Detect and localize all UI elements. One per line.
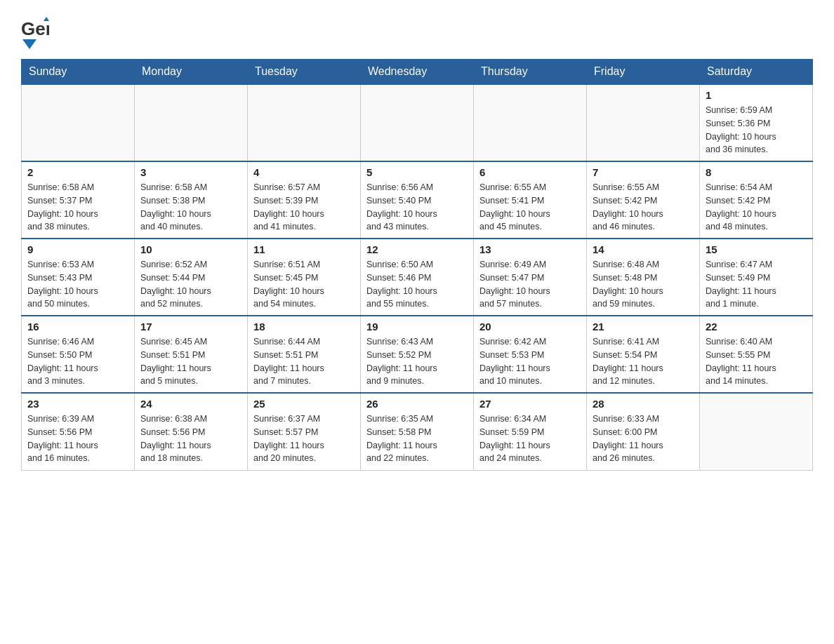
day-info: Sunrise: 6:41 AM Sunset: 5:54 PM Dayligh… [593, 335, 694, 388]
day-info: Sunrise: 6:51 AM Sunset: 5:45 PM Dayligh… [253, 258, 355, 311]
weekday-header-wednesday: Wednesday [361, 60, 474, 85]
day-info: Sunrise: 6:59 AM Sunset: 5:36 PM Dayligh… [706, 104, 807, 156]
day-info: Sunrise: 6:38 AM Sunset: 5:56 PM Dayligh… [140, 412, 241, 465]
day-number: 9 [27, 243, 128, 255]
weekday-header-friday: Friday [587, 60, 700, 85]
calendar-week-row: 1Sunrise: 6:59 AM Sunset: 5:36 PM Daylig… [22, 84, 813, 161]
day-number: 7 [593, 166, 694, 178]
day-number: 6 [479, 166, 581, 178]
calendar-table: SundayMondayTuesdayWednesdayThursdayFrid… [21, 59, 813, 471]
day-info: Sunrise: 6:40 AM Sunset: 5:55 PM Dayligh… [706, 335, 807, 388]
calendar-cell: 2Sunrise: 6:58 AM Sunset: 5:37 PM Daylig… [22, 161, 135, 239]
calendar-cell: 19Sunrise: 6:43 AM Sunset: 5:52 PM Dayli… [361, 316, 474, 393]
day-number: 5 [366, 166, 468, 178]
calendar-cell: 11Sunrise: 6:51 AM Sunset: 5:45 PM Dayli… [248, 239, 361, 316]
day-info: Sunrise: 6:37 AM Sunset: 5:57 PM Dayligh… [253, 412, 355, 465]
calendar-cell: 7Sunrise: 6:55 AM Sunset: 5:42 PM Daylig… [587, 161, 700, 239]
day-number: 11 [253, 243, 355, 255]
day-info: Sunrise: 6:44 AM Sunset: 5:51 PM Dayligh… [253, 335, 355, 388]
day-number: 18 [253, 321, 355, 333]
calendar-cell [700, 393, 813, 470]
day-info: Sunrise: 6:56 AM Sunset: 5:40 PM Dayligh… [366, 181, 468, 234]
weekday-header-sunday: Sunday [22, 60, 135, 85]
calendar-cell: 22Sunrise: 6:40 AM Sunset: 5:55 PM Dayli… [700, 316, 813, 393]
calendar-cell: 17Sunrise: 6:45 AM Sunset: 5:51 PM Dayli… [135, 316, 248, 393]
day-number: 13 [479, 243, 581, 255]
calendar-cell: 12Sunrise: 6:50 AM Sunset: 5:46 PM Dayli… [361, 239, 474, 316]
calendar-cell: 18Sunrise: 6:44 AM Sunset: 5:51 PM Dayli… [248, 316, 361, 393]
calendar-week-row: 23Sunrise: 6:39 AM Sunset: 5:56 PM Dayli… [22, 393, 813, 470]
calendar-week-row: 9Sunrise: 6:53 AM Sunset: 5:43 PM Daylig… [22, 239, 813, 316]
calendar-cell: 26Sunrise: 6:35 AM Sunset: 5:58 PM Dayli… [361, 393, 474, 470]
day-number: 3 [140, 166, 241, 178]
weekday-header-saturday: Saturday [700, 60, 813, 85]
calendar-cell: 23Sunrise: 6:39 AM Sunset: 5:56 PM Dayli… [22, 393, 135, 470]
day-info: Sunrise: 6:46 AM Sunset: 5:50 PM Dayligh… [27, 335, 128, 388]
logo-arrow-icon [22, 39, 37, 53]
svg-marker-2 [22, 39, 37, 49]
weekday-header-tuesday: Tuesday [248, 60, 361, 85]
weekday-header-thursday: Thursday [474, 60, 587, 85]
calendar-week-row: 16Sunrise: 6:46 AM Sunset: 5:50 PM Dayli… [22, 316, 813, 393]
calendar-cell: 3Sunrise: 6:58 AM Sunset: 5:38 PM Daylig… [135, 161, 248, 239]
day-info: Sunrise: 6:34 AM Sunset: 5:59 PM Dayligh… [479, 412, 581, 465]
calendar-cell: 28Sunrise: 6:33 AM Sunset: 6:00 PM Dayli… [587, 393, 700, 470]
calendar-cell: 6Sunrise: 6:55 AM Sunset: 5:41 PM Daylig… [474, 161, 587, 239]
day-info: Sunrise: 6:39 AM Sunset: 5:56 PM Dayligh… [27, 412, 128, 465]
calendar-cell: 13Sunrise: 6:49 AM Sunset: 5:47 PM Dayli… [474, 239, 587, 316]
day-info: Sunrise: 6:45 AM Sunset: 5:51 PM Dayligh… [140, 335, 241, 388]
calendar-cell: 24Sunrise: 6:38 AM Sunset: 5:56 PM Dayli… [135, 393, 248, 470]
day-number: 25 [253, 398, 355, 410]
day-number: 21 [593, 321, 694, 333]
day-info: Sunrise: 6:43 AM Sunset: 5:52 PM Dayligh… [366, 335, 468, 388]
calendar-cell [135, 84, 248, 161]
day-info: Sunrise: 6:47 AM Sunset: 5:49 PM Dayligh… [706, 258, 807, 311]
calendar-cell: 4Sunrise: 6:57 AM Sunset: 5:39 PM Daylig… [248, 161, 361, 239]
day-number: 24 [140, 398, 241, 410]
calendar-cell [474, 84, 587, 161]
calendar-cell: 9Sunrise: 6:53 AM Sunset: 5:43 PM Daylig… [22, 239, 135, 316]
day-number: 20 [479, 321, 581, 333]
calendar-cell: 5Sunrise: 6:56 AM Sunset: 5:40 PM Daylig… [361, 161, 474, 239]
svg-text:General: General [21, 18, 49, 39]
calendar-cell [587, 84, 700, 161]
day-info: Sunrise: 6:52 AM Sunset: 5:44 PM Dayligh… [140, 258, 241, 311]
day-number: 26 [366, 398, 468, 410]
day-number: 4 [253, 166, 355, 178]
day-number: 23 [27, 398, 128, 410]
day-number: 12 [366, 243, 468, 255]
weekday-header-monday: Monday [135, 60, 248, 85]
day-number: 19 [366, 321, 468, 333]
calendar-cell: 16Sunrise: 6:46 AM Sunset: 5:50 PM Dayli… [22, 316, 135, 393]
day-info: Sunrise: 6:58 AM Sunset: 5:37 PM Dayligh… [27, 181, 128, 234]
calendar-cell: 1Sunrise: 6:59 AM Sunset: 5:36 PM Daylig… [700, 84, 813, 161]
day-info: Sunrise: 6:54 AM Sunset: 5:42 PM Dayligh… [706, 181, 807, 234]
day-number: 22 [706, 321, 807, 333]
calendar-cell: 14Sunrise: 6:48 AM Sunset: 5:48 PM Dayli… [587, 239, 700, 316]
day-info: Sunrise: 6:53 AM Sunset: 5:43 PM Dayligh… [27, 258, 128, 311]
day-info: Sunrise: 6:58 AM Sunset: 5:38 PM Dayligh… [140, 181, 241, 234]
calendar-cell: 21Sunrise: 6:41 AM Sunset: 5:54 PM Dayli… [587, 316, 700, 393]
calendar-cell: 20Sunrise: 6:42 AM Sunset: 5:53 PM Dayli… [474, 316, 587, 393]
day-number: 15 [706, 243, 807, 255]
day-info: Sunrise: 6:35 AM Sunset: 5:58 PM Dayligh… [366, 412, 468, 465]
logo: General [21, 14, 53, 52]
calendar-cell [22, 84, 135, 161]
day-number: 16 [27, 321, 128, 333]
calendar-week-row: 2Sunrise: 6:58 AM Sunset: 5:37 PM Daylig… [22, 161, 813, 239]
day-number: 8 [706, 166, 807, 178]
calendar-cell [248, 84, 361, 161]
day-info: Sunrise: 6:50 AM Sunset: 5:46 PM Dayligh… [366, 258, 468, 311]
day-number: 10 [140, 243, 241, 255]
day-number: 14 [593, 243, 694, 255]
day-number: 27 [479, 398, 581, 410]
page-header: General [21, 14, 813, 52]
day-info: Sunrise: 6:42 AM Sunset: 5:53 PM Dayligh… [479, 335, 581, 388]
calendar-cell [361, 84, 474, 161]
day-number: 1 [706, 89, 807, 101]
calendar-cell: 15Sunrise: 6:47 AM Sunset: 5:49 PM Dayli… [700, 239, 813, 316]
calendar-cell: 10Sunrise: 6:52 AM Sunset: 5:44 PM Dayli… [135, 239, 248, 316]
day-number: 17 [140, 321, 241, 333]
day-info: Sunrise: 6:49 AM Sunset: 5:47 PM Dayligh… [479, 258, 581, 311]
day-info: Sunrise: 6:55 AM Sunset: 5:42 PM Dayligh… [593, 181, 694, 234]
